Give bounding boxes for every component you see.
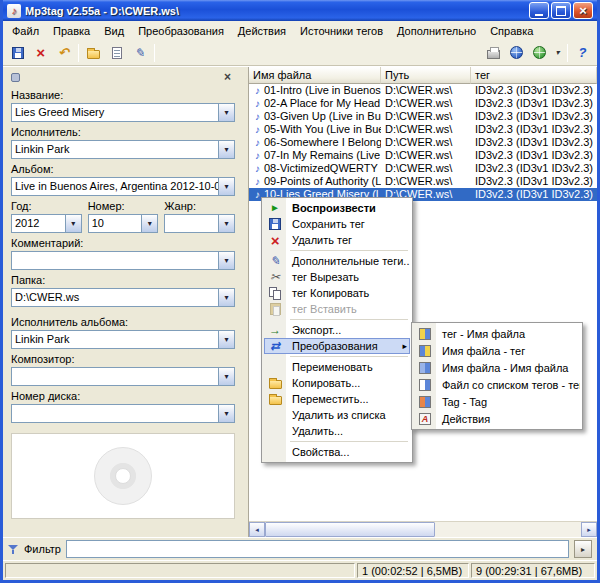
menu-item-remove-from-list[interactable]: Удалить из списка (264, 407, 410, 423)
album-combobox[interactable]: Live in Buenos Aires, Argentina 2012-10-… (11, 177, 235, 196)
menu-item-save-tag[interactable]: Сохранить тег (264, 216, 410, 232)
menu-item-move-file[interactable]: Переместить... (264, 391, 410, 407)
artist-combobox[interactable]: Linkin Park (11, 140, 235, 159)
table-row[interactable]: 06-Somewhere I Belong ... D:\CWER.ws\ ID… (249, 136, 597, 149)
scroll-left-button[interactable]: ◂ (249, 522, 265, 537)
disc-number-combobox[interactable] (11, 404, 235, 423)
year-label: Год: (11, 200, 82, 212)
dropdown-arrow-icon[interactable] (218, 215, 234, 232)
submenu-item-actions[interactable]: Действия (414, 410, 580, 427)
submenu-item-textfile-tag[interactable]: Файл со списком тегов - тег (414, 376, 580, 393)
cd-placeholder-icon (94, 447, 152, 505)
directory-combobox[interactable]: D:\CWER.ws (11, 288, 235, 307)
pin-icon[interactable] (11, 73, 20, 82)
menu-item-convert[interactable]: Преобразования (264, 338, 410, 354)
menu-view[interactable]: Вид (97, 23, 131, 39)
print-button[interactable] (482, 42, 505, 64)
help-icon (575, 45, 590, 60)
menu-file[interactable]: Файл (5, 23, 46, 39)
playlist-button[interactable] (105, 42, 128, 64)
change-directory-button[interactable] (82, 42, 105, 64)
menu-item-copy-tag[interactable]: тег Копировать (264, 285, 410, 301)
filter-input[interactable] (66, 540, 569, 558)
dropdown-arrow-icon[interactable] (218, 141, 234, 158)
playlist-icon (112, 47, 122, 59)
table-row[interactable]: 01-Intro (Live in Buenos ... D:\CWER.ws\… (249, 84, 597, 97)
close-panel-icon[interactable] (220, 70, 235, 85)
composer-combobox[interactable] (11, 367, 235, 386)
menu-actions[interactable]: Действия (231, 23, 293, 39)
submenu-item-tag-tag[interactable]: Tag - Tag (414, 393, 580, 410)
title-value: Lies Greed Misery (12, 104, 218, 121)
cut-icon (268, 270, 283, 285)
dropdown-arrow-icon[interactable] (65, 215, 81, 232)
scroll-right-button[interactable]: ▸ (581, 522, 597, 537)
minimize-button[interactable] (529, 2, 549, 19)
menu-item-remove-tag[interactable]: Удалить тег (264, 232, 410, 248)
table-row[interactable]: 09-Points of Authority (Li... D:\CWER.ws… (249, 175, 597, 188)
submenu-item-tag-filename[interactable]: тег - Имя файла (414, 325, 580, 342)
menu-item-play[interactable]: Воспроизвести (264, 200, 410, 216)
menu-item-cut-tag[interactable]: тег Вырезать (264, 269, 410, 285)
save-button[interactable] (6, 42, 29, 64)
audio-file-icon (251, 162, 264, 175)
menu-edit[interactable]: Правка (46, 23, 97, 39)
submenu-item-filename-tag[interactable]: Имя файла - тег (414, 342, 580, 359)
table-row[interactable]: 05-With You (Live in Bue... D:\CWER.ws\ … (249, 123, 597, 136)
menu-item-export[interactable]: Экспорт... (264, 322, 410, 338)
title-combobox[interactable]: Lies Greed Misery (11, 103, 235, 122)
menu-item-copy-file[interactable]: Копировать... (264, 375, 410, 391)
title-bar[interactable]: Mp3tag v2.55a - D:\CWER.ws\ (3, 0, 597, 21)
column-header-tag[interactable]: тег (471, 67, 597, 84)
menu-convert[interactable]: Преобразования (131, 23, 231, 39)
actions-button[interactable] (128, 42, 151, 64)
table-row[interactable]: 08-VictimizedQWERTY (Li... D:\CWER.ws\ I… (249, 162, 597, 175)
composer-value (12, 368, 218, 385)
filter-label: Фильтр (24, 543, 61, 555)
table-row[interactable]: 03-Given Up (Live in Bue... D:\CWER.ws\ … (249, 110, 597, 123)
remove-tag-button[interactable] (29, 42, 52, 64)
genre-value (165, 215, 218, 232)
menu-tools[interactable]: Дополнительно (390, 23, 483, 39)
horizontal-scrollbar[interactable]: ◂ ▸ (249, 521, 597, 537)
dropdown-arrow-icon[interactable] (218, 289, 234, 306)
help-button[interactable] (571, 42, 594, 64)
undo-button[interactable] (52, 42, 75, 64)
track-combobox[interactable]: 10 (88, 214, 159, 233)
table-row[interactable]: 02-A Place for My Head (... D:\CWER.ws\ … (249, 97, 597, 110)
close-button[interactable] (573, 2, 593, 19)
scrollbar-thumb[interactable] (265, 522, 435, 537)
maximize-button[interactable] (551, 2, 571, 19)
dropdown-arrow-icon[interactable] (218, 368, 234, 385)
dropdown-arrow-icon[interactable] (218, 104, 234, 121)
tag-sources-dropdown-button[interactable] (551, 42, 564, 64)
menu-help[interactable]: Справка (483, 23, 540, 39)
menu-item-properties[interactable]: Свойства... (264, 444, 410, 460)
save-icon (12, 47, 24, 59)
table-row[interactable]: 07-In My Remains (Live ... D:\CWER.ws\ I… (249, 149, 597, 162)
comment-label: Комментарий: (11, 237, 235, 249)
dropdown-arrow-icon[interactable] (141, 215, 157, 232)
dropdown-arrow-icon[interactable] (218, 178, 234, 195)
comment-combobox[interactable] (11, 251, 235, 270)
year-combobox[interactable]: 2012 (11, 214, 82, 233)
filter-toggle-button[interactable] (574, 540, 592, 558)
genre-combobox[interactable] (164, 214, 235, 233)
column-header-path[interactable]: Путь (381, 67, 471, 84)
album-art-box[interactable] (11, 433, 235, 519)
web-database-button[interactable] (505, 42, 528, 64)
menu-item-extended-tags[interactable]: Дополнительные теги... (264, 253, 410, 269)
menu-item-rename[interactable]: Переименовать (264, 359, 410, 375)
track-value: 10 (89, 215, 142, 232)
album-artist-combobox[interactable]: Linkin Park (11, 330, 235, 349)
remove-tag-icon (268, 233, 283, 248)
menu-tag-sources[interactable]: Источники тегов (293, 23, 390, 39)
menu-item-delete[interactable]: Удалить... (264, 423, 410, 439)
dropdown-arrow-icon[interactable] (218, 405, 234, 422)
menu-item-paste-tag[interactable]: тег Вставить (264, 301, 410, 317)
column-header-filename[interactable]: Имя файла (249, 67, 381, 84)
tag-sources-button[interactable] (528, 42, 551, 64)
submenu-item-filename-filename[interactable]: Имя файла - Имя файла (414, 359, 580, 376)
dropdown-arrow-icon[interactable] (218, 331, 234, 348)
dropdown-arrow-icon[interactable] (218, 252, 234, 269)
